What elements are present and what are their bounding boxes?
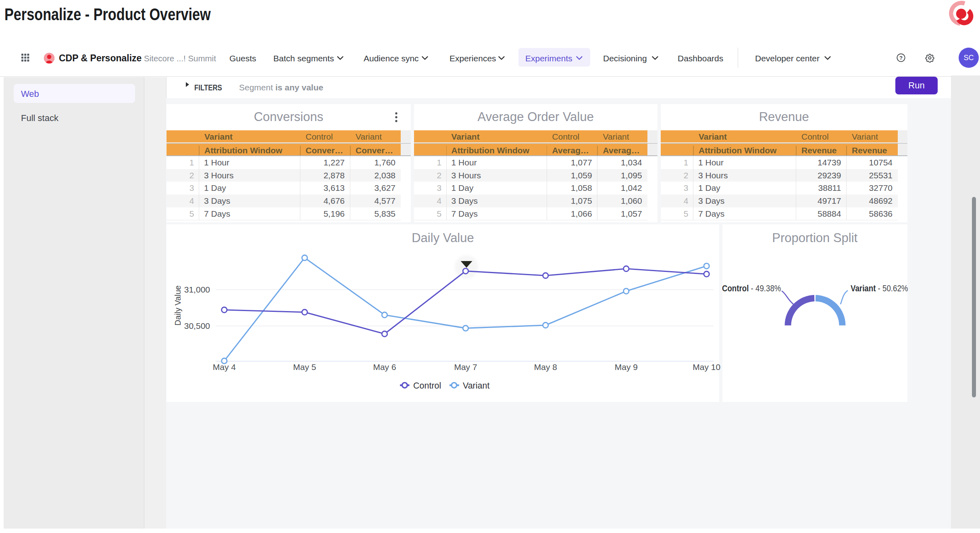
svg-text:?: ? (899, 55, 903, 61)
